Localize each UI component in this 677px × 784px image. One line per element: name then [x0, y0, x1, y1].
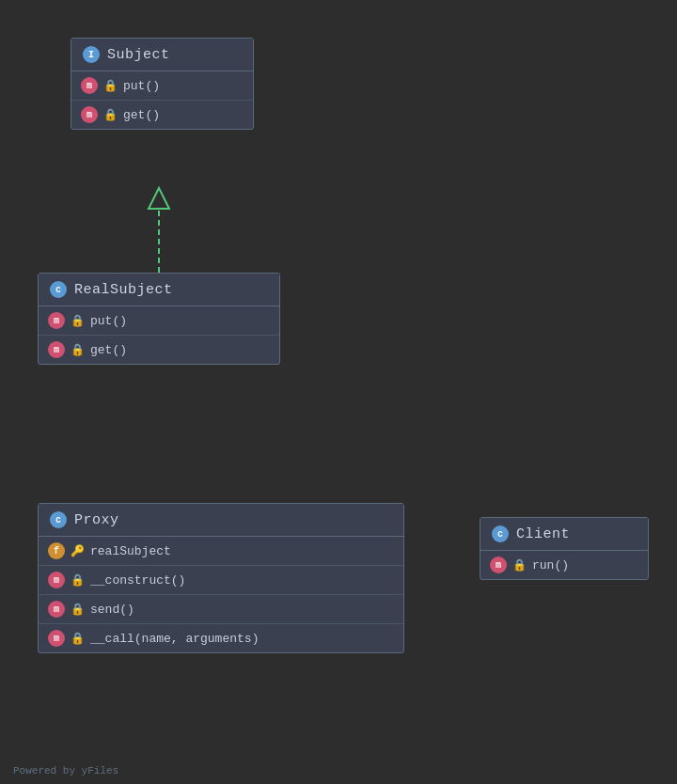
svg-marker-1	[149, 188, 169, 209]
realsubject-header: c RealSubject	[39, 274, 279, 306]
method-badge: m	[48, 630, 65, 647]
method-name: run()	[532, 558, 569, 572]
method-badge: m	[81, 106, 98, 123]
class-client: c Client m 🔒 run()	[480, 517, 649, 580]
subject-method-get: m 🔒 get()	[71, 101, 253, 129]
class-proxy: c Proxy f 🔑 realSubject m 🔒 __construct(…	[38, 503, 404, 653]
method-name: __call(name, arguments)	[90, 632, 259, 646]
method-badge: m	[81, 77, 98, 94]
field-name: realSubject	[90, 544, 171, 558]
class-realsubject: c RealSubject m 🔒 put() m 🔒 get()	[38, 273, 280, 365]
method-badge: m	[48, 601, 65, 618]
proxy-name: Proxy	[74, 512, 119, 528]
class-subject: I Subject m 🔒 put() m 🔒 get()	[71, 38, 254, 130]
client-name: Client	[516, 526, 570, 542]
method-badge: m	[48, 312, 65, 329]
lock-icon: 🔒	[71, 632, 85, 646]
proxy-header: c Proxy	[39, 504, 403, 537]
client-header: c Client	[480, 518, 648, 551]
key-icon: 🔑	[71, 544, 85, 558]
lock-icon: 🔒	[103, 108, 118, 122]
subject-header: I Subject	[71, 39, 253, 71]
realsubject-method-put: m 🔒 put()	[39, 306, 279, 336]
subject-method-put: m 🔒 put()	[71, 71, 253, 101]
client-body: m 🔒 run()	[480, 551, 648, 579]
subject-body: m 🔒 put() m 🔒 get()	[71, 71, 253, 129]
proxy-method-send: m 🔒 send()	[39, 595, 403, 624]
realsubject-method-get: m 🔒 get()	[39, 336, 279, 364]
subject-name: Subject	[107, 47, 170, 63]
method-name: put()	[123, 79, 160, 93]
lock-icon: 🔒	[71, 343, 85, 357]
subject-badge: I	[83, 46, 100, 63]
lock-icon: 🔒	[71, 603, 85, 617]
method-badge: m	[48, 572, 65, 588]
client-method-run: m 🔒 run()	[480, 551, 648, 579]
proxy-field-realsubject: f 🔑 realSubject	[39, 537, 403, 566]
watermark: Powered by yFiles	[13, 765, 118, 776]
method-name: __construct()	[90, 573, 185, 588]
lock-icon: 🔒	[103, 79, 118, 93]
proxy-body: f 🔑 realSubject m 🔒 __construct() m 🔒 se…	[39, 537, 403, 652]
lock-icon: 🔒	[71, 573, 85, 588]
realsubject-body: m 🔒 put() m 🔒 get()	[39, 306, 279, 364]
proxy-badge: c	[50, 511, 67, 528]
proxy-method-construct: m 🔒 __construct()	[39, 566, 403, 595]
client-badge: c	[492, 525, 509, 542]
method-badge: m	[490, 557, 507, 573]
method-name: get()	[123, 108, 160, 122]
method-name: send()	[90, 603, 134, 617]
realsubject-name: RealSubject	[74, 282, 173, 298]
lock-icon: 🔒	[71, 314, 85, 328]
method-badge: m	[48, 341, 65, 358]
realsubject-badge: c	[50, 281, 67, 298]
method-name: get()	[90, 343, 127, 357]
proxy-method-call: m 🔒 __call(name, arguments)	[39, 624, 403, 652]
field-badge: f	[48, 542, 65, 559]
method-name: put()	[90, 314, 127, 328]
diagram-container: I Subject m 🔒 put() m 🔒 get() c RealSubj…	[0, 0, 677, 784]
lock-icon: 🔒	[512, 558, 527, 572]
